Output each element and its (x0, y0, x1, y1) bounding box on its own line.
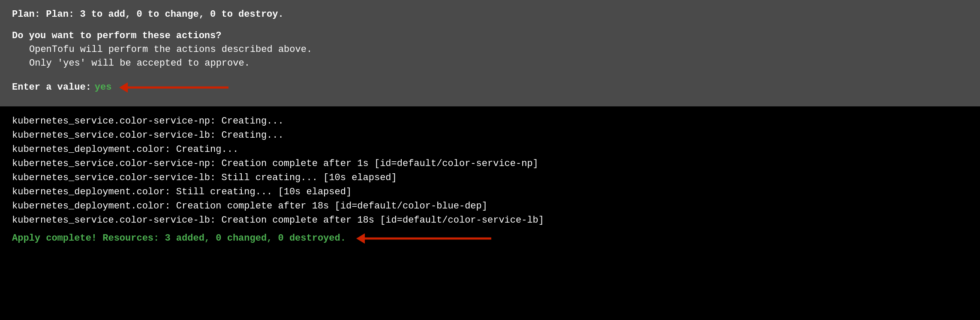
enter-label: Enter a value: (12, 81, 91, 94)
question-block: Do you want to perform these actions? Op… (12, 29, 968, 70)
terminal-line: kubernetes_service.color-service-lb: Sti… (12, 171, 968, 185)
plan-text: Plan: 3 to add, 0 to change, 0 to destro… (46, 9, 284, 20)
apply-arrow-icon (356, 229, 493, 248)
info-line-2: Only 'yes' will be accepted to approve. (12, 57, 968, 70)
terminal: Plan: Plan: 3 to add, 0 to change, 0 to … (0, 0, 980, 320)
svg-marker-1 (119, 82, 128, 93)
terminal-line: kubernetes_deployment.color: Still creat… (12, 185, 968, 199)
apply-complete-text: Apply complete! Resources: 3 added, 0 ch… (12, 232, 346, 245)
enter-value-typed: yes (95, 81, 112, 94)
plan-label: Plan: (12, 9, 40, 20)
terminal-line: kubernetes_service.color-service-lb: Cre… (12, 213, 968, 227)
apply-complete-row: Apply complete! Resources: 3 added, 0 ch… (12, 229, 968, 248)
gray-section: Plan: Plan: 3 to add, 0 to change, 0 to … (0, 0, 980, 106)
plan-line: Plan: Plan: 3 to add, 0 to change, 0 to … (12, 8, 968, 21)
terminal-line: kubernetes_service.color-service-np: Cre… (12, 114, 968, 128)
terminal-lines: kubernetes_service.color-service-np: Cre… (12, 114, 968, 227)
terminal-line: kubernetes_deployment.color: Creation co… (12, 199, 968, 213)
terminal-line: kubernetes_service.color-service-np: Cre… (12, 157, 968, 171)
svg-marker-3 (356, 233, 365, 244)
info-line-1: OpenTofu will perform the actions descri… (12, 43, 968, 57)
question-line: Do you want to perform these actions? (12, 29, 968, 43)
black-section: kubernetes_service.color-service-np: Cre… (0, 106, 980, 320)
terminal-line: kubernetes_deployment.color: Creating... (12, 142, 968, 157)
prompt-arrow-icon (119, 78, 231, 97)
terminal-line: kubernetes_service.color-service-lb: Cre… (12, 128, 968, 142)
enter-value-row: Enter a value: yes (12, 78, 968, 97)
